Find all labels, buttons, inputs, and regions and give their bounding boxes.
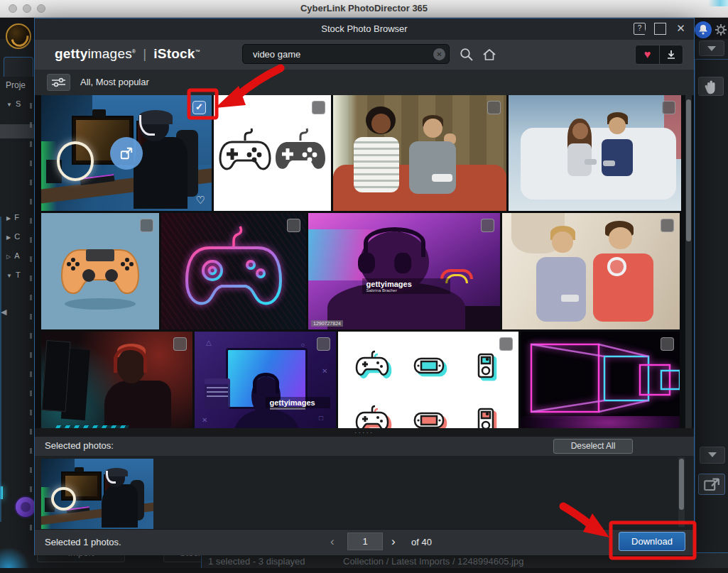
status-selected-count: 1 selected - 3 displayed [208,556,305,567]
macos-titlebar: CyberLink PhotoDirector 365 [0,0,728,18]
photo-gamer-illustration[interactable]: △○ ✕✕ □ gettyimages [195,332,336,428]
download-button[interactable]: Download [619,532,685,551]
clear-search-icon[interactable]: ✕ [433,48,445,60]
hand-tool-button[interactable] [698,77,724,96]
desktop-streak [708,0,728,6]
photo-checkbox[interactable] [481,219,494,232]
prev-page-icon[interactable]: ‹ [330,535,335,549]
photo-esports-player[interactable] [41,332,192,428]
project-tab-label: Proje [6,80,26,90]
panel-chevron-button[interactable] [700,447,725,464]
downloads-button[interactable] [659,45,683,64]
filter-bar: All, Most popular [35,70,694,95]
selected-photos-header: Selected photos: Deselect All [35,437,694,456]
tree-node[interactable]: ▼S [6,99,21,108]
dialog-titlebar[interactable]: Stock Photo Browser ? ✕ [35,18,694,40]
deselect-all-button[interactable]: Deselect All [553,439,633,454]
photo-checkbox[interactable] [173,337,187,351]
favorite-heart-icon[interactable]: ♡ [196,194,205,207]
selected-panel-scrollbar[interactable] [678,457,685,527]
panel-chevron-button[interactable] [699,40,724,56]
panel-divider[interactable]: ∙∙∙∙∙ [35,428,694,437]
selected-photo-thumbnail[interactable] [41,459,153,529]
help-icon[interactable]: ? [634,23,646,35]
photo-checkbox[interactable] [487,101,501,114]
close-icon[interactable]: ✕ [675,23,687,35]
screen: CyberLink PhotoDirector 365 Proje ▼S ▶F … [0,0,728,573]
stock-photo-browser-dialog: Stock Photo Browser ? ✕ gettyimages®|iSt… [34,18,695,555]
photo-checkbox[interactable] [662,101,675,114]
right-toolbar [695,59,728,573]
filter-summary-label: All, Most popular [80,77,149,87]
download-icon [665,49,677,60]
gettyimages-istock-logo: gettyimages®|iStock™ [55,46,200,62]
photo-two-gamepad-icons[interactable] [214,95,331,211]
selected-photos-panel [35,456,694,529]
search-box: ✕ [242,44,450,64]
favorites-heart-button[interactable]: ♥ [636,45,659,64]
panel-collapse-handle[interactable]: ◀ [1,307,6,317]
photo-grid: ♡ [35,95,694,428]
dialog-footer: Selected 1 photos. ‹ 1 › of 40 Download [35,529,694,555]
photo-kids-playing[interactable] [509,95,681,211]
gettyimages-watermark: gettyimages [266,397,331,408]
photo-checkbox[interactable] [499,337,513,351]
photo-checkbox[interactable] [287,219,300,232]
dialog-header: gettyimages®|iStock™ ✕ ♥ [35,40,694,70]
maximize-icon[interactable] [654,23,666,35]
photo-neon-gamepad[interactable] [161,213,306,329]
photo-gamer-purple[interactable]: gettyimages Sabrina Bracher 1290727824 [308,213,500,329]
photo-checkbox[interactable] [661,219,674,232]
photo-id-label: 1290727824 [311,320,343,327]
tree-node[interactable]: ▼T [6,271,21,279]
photo-teen-boys[interactable] [502,213,680,329]
photo-neon-cubes[interactable] [521,332,680,428]
selected-count-text: Selected 1 photos. [45,537,121,547]
home-icon[interactable] [482,47,497,62]
photo-checkbox[interactable] [661,337,674,351]
page-number-input[interactable]: 1 [347,533,383,550]
drag-handle-icon[interactable]: ∙∙∙∙∙ [354,429,374,436]
photo-gamer-at-desk[interactable]: ♡ [41,95,212,211]
external-link-icon [119,146,134,160]
settings-gear-icon[interactable] [714,23,728,37]
tab-project[interactable] [4,57,33,77]
tree-node[interactable]: ▶F [6,213,19,222]
search-input[interactable] [251,45,422,63]
photo-friends-celebrating[interactable] [333,95,506,211]
photo-checkbox[interactable] [312,101,325,114]
gettyimages-watermark: gettyimages Sabrina Bracher [362,278,450,294]
notification-bell-icon[interactable] [695,21,712,38]
total-pages-label: of 40 [411,537,432,547]
selected-photos-label: Selected photos: [45,440,114,451]
heart-icon: ♥ [644,48,651,61]
photo-checkbox[interactable] [140,219,153,232]
photo-checkbox[interactable] [192,101,206,114]
open-preview-button[interactable] [110,137,143,170]
grid-scrollbar[interactable] [685,95,692,428]
photodirector-logo [6,23,31,49]
filter-options-button[interactable] [47,74,70,91]
search-icon[interactable] [459,47,474,62]
app-title: CyberLink PhotoDirector 365 [0,3,728,13]
tree-items-truncated [30,103,32,543]
tree-node[interactable]: ▶C [6,232,20,241]
status-file-path: Collection / Latest Imports / 1248994605… [343,556,523,567]
next-page-icon[interactable]: › [391,535,396,549]
library-selected-row[interactable] [0,124,34,138]
external-window-button[interactable] [698,474,725,495]
photo-checkbox[interactable] [317,337,330,351]
photo-device-icons[interactable] [338,332,518,428]
dialog-title: Stock Photo Browser [35,23,694,34]
tree-node[interactable]: ▷A [6,251,20,260]
photo-orange-gamepad[interactable] [41,213,159,329]
